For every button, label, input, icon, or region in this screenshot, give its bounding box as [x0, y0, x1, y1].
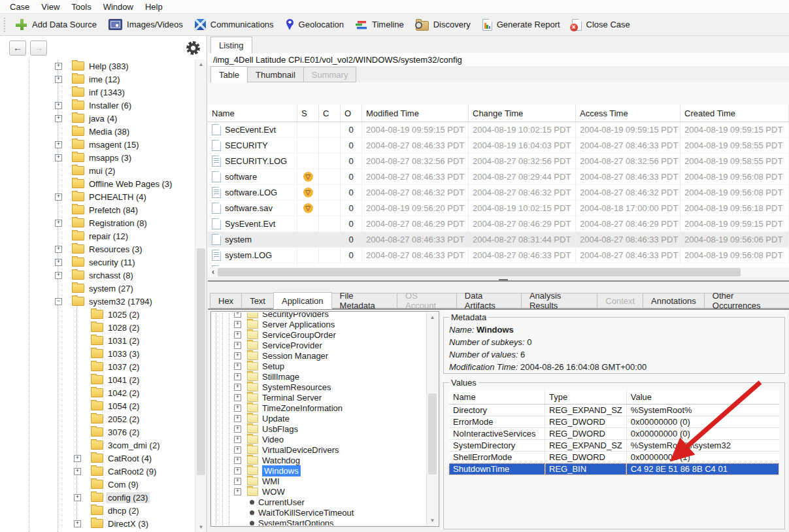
tree-item-1031-2[interactable]: 1031 (2)	[0, 334, 195, 347]
registry-value-waittokillservicetimeout[interactable]: WaitToKillServiceTimeout	[212, 507, 428, 518]
tree-item-installer-6[interactable]: +Installer (6)	[0, 99, 195, 112]
tree-item-msagent-15[interactable]: +msagent (15)	[0, 138, 195, 151]
file-row-system[interactable]: system02004-08-27 08:46:33 PDT2004-08-27…	[208, 232, 789, 248]
tree-expander-icon[interactable]: +	[55, 115, 62, 122]
tree-expander-icon[interactable]: −	[55, 298, 62, 305]
registry-key-session-manager[interactable]: +Session Manager	[212, 350, 428, 361]
registry-key-usbflags[interactable]: +UsbFlags	[212, 424, 428, 434]
tree-item-offline-web-pages-3[interactable]: Offline Web Pages (3)	[0, 177, 195, 190]
tree-item-system32-1794[interactable]: −system32 (1794)	[0, 295, 195, 308]
tree-item-java-4[interactable]: +java (4)	[0, 112, 195, 125]
gear-icon[interactable]	[186, 41, 200, 55]
tree-item-1025-2[interactable]: 1025 (2)	[0, 308, 195, 321]
toolbar-images-videos-button[interactable]: Images/Videos	[103, 17, 189, 32]
tree-item-system-27[interactable]: system (27)	[0, 282, 195, 295]
menu-help[interactable]: Help	[139, 1, 169, 12]
tree-expander-icon[interactable]: +	[55, 246, 62, 253]
tab-other-occurrences[interactable]: Other Occurrences	[704, 293, 789, 308]
toolbar-geolocation-button[interactable]: Geolocation	[280, 17, 350, 33]
file-row-system-log[interactable]: system.LOG02004-08-27 08:46:33 PDT2004-0…	[208, 248, 789, 263]
tree-expander-icon[interactable]: +	[55, 141, 62, 148]
tree-expander-icon[interactable]: +	[234, 488, 241, 495]
tree-expander-icon[interactable]: +	[234, 342, 241, 349]
value-row-shellerrormode[interactable]: ShellErrorModeREG_DWORD0x00000001 (1)	[449, 452, 779, 463]
tree-item-resources-3[interactable]: +Resources (3)	[0, 242, 195, 256]
tree-expander-icon[interactable]: +	[74, 494, 81, 501]
tree-item-config-23[interactable]: +config (23)	[0, 491, 195, 504]
column-header-access-time[interactable]: Access Time	[576, 105, 680, 122]
tree-item-help-383[interactable]: +Help (383)	[0, 59, 195, 73]
tab-file-metadata[interactable]: File Metadata	[331, 293, 397, 308]
tree-item-2052-2[interactable]: 2052 (2)	[0, 412, 195, 425]
file-row-software-log[interactable]: software.LOG▽02004-08-27 08:46:32 PDT200…	[208, 185, 789, 201]
value-row-systemdirectory[interactable]: SystemDirectoryREG_EXPAND_SZ%SystemRoot%…	[449, 440, 779, 452]
tree-item-3076-2[interactable]: 3076 (2)	[0, 425, 195, 439]
tab-table[interactable]: Table	[210, 66, 248, 83]
menu-tools[interactable]: Tools	[65, 1, 97, 12]
tree-expander-icon[interactable]: +	[234, 331, 241, 339]
tree-item-dhcp-2[interactable]: dhcp (2)	[0, 504, 195, 517]
registry-key-virtualdevicedrivers[interactable]: +VirtualDeviceDrivers	[212, 444, 428, 455]
tree-item-1028-2[interactable]: 1028 (2)	[0, 321, 195, 334]
tree-expander-icon[interactable]: +	[234, 457, 241, 464]
tree-expander-icon[interactable]: +	[55, 220, 62, 227]
registry-key-update[interactable]: +Update	[212, 413, 428, 424]
file-table-hscrollbar[interactable]: ‹	[209, 267, 789, 277]
tree-item-prefetch-84[interactable]: Prefetch (84)	[0, 203, 195, 216]
registry-key-timezoneinformation[interactable]: +TimeZoneInformation	[212, 403, 428, 413]
registry-key-systemresources[interactable]: +SystemResources	[212, 382, 428, 392]
tree-item-pchealth-4[interactable]: +PCHEALTH (4)	[0, 190, 195, 203]
tree-expander-icon[interactable]: +	[234, 384, 241, 391]
tree-item-catroot2-9[interactable]: +CatRoot2 (9)	[0, 465, 195, 478]
value-row-shutdowntime[interactable]: ShutdownTimeREG_BINC4 92 8E 51 86 8B C4 …	[449, 463, 779, 475]
scroll-down-icon[interactable]: ▼	[427, 516, 438, 525]
registry-key-terminal-server[interactable]: +Terminal Server	[212, 392, 428, 403]
file-row-software-sav[interactable]: software.sav▽02004-08-19 09:56:20 PDT200…	[208, 201, 789, 216]
hscroll-thumb[interactable]	[218, 268, 741, 276]
scroll-down-icon[interactable]: ▼	[195, 522, 207, 532]
registry-value-systemstartoptions[interactable]: SystemStartOptions	[212, 518, 428, 525]
back-button[interactable]: ←	[9, 41, 26, 56]
tree-expander-icon[interactable]: +	[55, 259, 62, 266]
tree-item-directx-3[interactable]: +DirectX (3)	[0, 517, 195, 530]
tree-item-ime-12[interactable]: +ime (12)	[0, 73, 195, 86]
tree-expander-icon[interactable]: +	[74, 468, 81, 475]
tree-expander-icon[interactable]: +	[234, 478, 241, 485]
tree-item-1041-2[interactable]: 1041 (2)	[0, 373, 195, 386]
registry-key-serviceprovider[interactable]: +ServiceProvider	[212, 340, 428, 350]
registry-key-wmi[interactable]: +WMI	[212, 476, 428, 486]
tree-expander-icon[interactable]: +	[234, 312, 241, 318]
scroll-thumb[interactable]	[428, 393, 437, 474]
tab-annotations[interactable]: Annotations	[643, 293, 705, 308]
toolbar-discovery-button[interactable]: Discovery	[410, 17, 477, 33]
registry-tree-scrollbar[interactable]: ▲ ▼	[426, 312, 438, 525]
column-header-modified-time[interactable]: Modified Time	[362, 105, 469, 122]
tree-item-inf-1343[interactable]: inf (1343)	[0, 86, 195, 99]
registry-value-currentuser[interactable]: CurrentUser	[212, 497, 428, 507]
tab-listing[interactable]: Listing	[210, 37, 252, 54]
menu-case[interactable]: Case	[4, 1, 35, 12]
tree-expander-icon[interactable]: +	[234, 436, 241, 443]
tree-item-registration-8[interactable]: +Registration (8)	[0, 216, 195, 229]
tree-item-3com-dmi-2[interactable]: 3com_dmi (2)	[0, 439, 195, 452]
tab-text[interactable]: Text	[241, 293, 274, 308]
file-row-software[interactable]: software▽02004-08-27 08:46:33 PDT2004-08…	[208, 169, 789, 185]
registry-key-server-applications[interactable]: +Server Applications	[212, 319, 428, 329]
tree-item-catroot-4[interactable]: +CatRoot (4)	[0, 452, 195, 465]
directory-tree-scrollbar[interactable]: ▲ ▼	[195, 59, 207, 532]
registry-key-wow[interactable]: +WOW	[212, 486, 428, 497]
tree-expander-icon[interactable]: +	[55, 76, 62, 83]
column-header-c[interactable]: C	[319, 105, 341, 122]
menu-window[interactable]: Window	[97, 1, 139, 12]
toolbar-timeline-button[interactable]: Timeline	[350, 18, 410, 31]
value-row-nointeractiveservices[interactable]: NoInteractiveServicesREG_DWORD0x00000000…	[449, 428, 779, 440]
tree-expander-icon[interactable]: +	[234, 394, 241, 401]
toolbar-close-case-button[interactable]: Close Case	[566, 17, 636, 33]
toolbar-communications-button[interactable]: Communications	[189, 17, 280, 32]
scroll-up-icon[interactable]: ▲	[427, 312, 438, 322]
registry-key-servicegrouporder[interactable]: +ServiceGroupOrder	[212, 329, 428, 340]
column-header-o[interactable]: O	[341, 105, 362, 122]
scroll-thumb[interactable]	[197, 248, 205, 475]
tree-expander-icon[interactable]: +	[74, 455, 81, 462]
tree-expander-icon[interactable]: +	[234, 405, 241, 412]
